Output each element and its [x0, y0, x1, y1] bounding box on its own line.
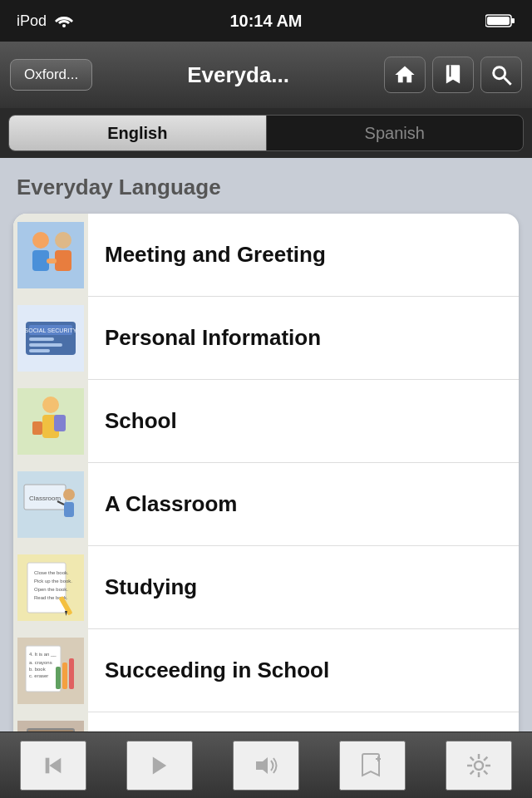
svg-rect-18: [29, 343, 62, 347]
svg-rect-47: [56, 667, 61, 689]
list-item[interactable]: SOCIAL SECURITY Personal Information: [13, 297, 519, 380]
item-label-4: A Classroom: [88, 491, 519, 517]
svg-rect-3: [487, 17, 510, 25]
nav-title: Everyda...: [101, 62, 376, 88]
tab-segment: English Spanish: [0, 108, 532, 158]
settings-icon: [466, 752, 492, 779]
svg-rect-46: [69, 658, 74, 689]
item-label-3: School: [88, 408, 519, 434]
svg-line-67: [470, 771, 474, 774]
svg-line-64: [470, 756, 474, 760]
svg-line-66: [484, 756, 487, 760]
item-label-2: Personal Information: [88, 325, 519, 351]
svg-text:Open the book.: Open the book.: [34, 587, 68, 592]
item-thumbnail-3: [13, 380, 88, 463]
svg-point-5: [494, 67, 505, 79]
item-thumbnail-1: [13, 214, 88, 297]
device-label: iPod: [17, 12, 47, 30]
svg-point-0: [62, 24, 66, 27]
home-button[interactable]: [384, 57, 426, 93]
search-icon: [490, 63, 513, 86]
list-item[interactable]: Close the book. Pick up the book. Open t…: [13, 546, 519, 629]
svg-text:4. It is an __: 4. It is an __: [29, 652, 57, 657]
settings-button[interactable]: [446, 741, 512, 791]
svg-rect-24: [32, 421, 42, 435]
wifi-icon: [55, 14, 73, 27]
back-icon: [42, 754, 65, 777]
item-label-5: Studying: [88, 574, 519, 600]
svg-point-10: [55, 232, 71, 249]
svg-rect-7: [17, 222, 84, 288]
list-card: Meeting and Greeting SOCIAL SECURITY Per…: [13, 214, 519, 765]
bookmark-button[interactable]: [432, 57, 474, 93]
svg-rect-29: [64, 502, 74, 517]
list-item[interactable]: Meeting and Greeting: [13, 214, 519, 297]
svg-rect-23: [54, 415, 66, 431]
svg-rect-2: [511, 18, 515, 23]
nav-bar: Oxford... Everyda...: [0, 42, 532, 108]
item-thumbnail-6: 4. It is an __ a. crayons b. book c. era…: [13, 629, 88, 712]
status-bar: iPod 10:14 AM: [0, 0, 532, 42]
svg-rect-9: [32, 250, 49, 271]
tab-english[interactable]: English: [9, 116, 266, 150]
svg-rect-54: [46, 757, 50, 773]
tab-spanish[interactable]: Spanish: [267, 116, 524, 150]
svg-rect-17: [29, 337, 54, 341]
svg-point-21: [42, 397, 59, 413]
back-playback-button[interactable]: [20, 741, 86, 791]
item-thumbnail-2: SOCIAL SECURITY: [13, 297, 88, 380]
segment-control: English Spanish: [8, 115, 524, 151]
svg-marker-55: [153, 756, 166, 774]
svg-text:c. eraser: c. eraser: [29, 673, 48, 678]
svg-rect-19: [29, 349, 50, 352]
status-time: 10:14 AM: [229, 12, 302, 31]
svg-rect-11: [55, 250, 71, 271]
item-label-1: Meeting and Greeting: [88, 242, 519, 268]
volume-button[interactable]: [233, 741, 299, 791]
svg-point-59: [475, 761, 483, 770]
svg-point-28: [63, 489, 75, 500]
list-item[interactable]: Classroom A Classroom: [13, 463, 519, 546]
back-button[interactable]: Oxford...: [10, 59, 92, 91]
svg-text:Classroom: Classroom: [29, 495, 62, 502]
battery-icon: [485, 13, 515, 28]
section-title: Everyday Language: [13, 175, 519, 200]
bottom-toolbar: [0, 732, 532, 798]
bookmark-icon: [441, 63, 465, 86]
svg-text:b. book: b. book: [29, 667, 47, 672]
svg-line-65: [484, 771, 487, 774]
svg-marker-56: [256, 757, 268, 774]
svg-rect-12: [47, 259, 57, 264]
home-icon: [393, 63, 416, 86]
play-icon: [148, 754, 171, 777]
svg-text:a. crayons: a. crayons: [29, 660, 52, 665]
bookmark-add-icon: [361, 752, 384, 779]
svg-marker-53: [49, 757, 61, 773]
svg-rect-45: [62, 663, 67, 689]
list-item[interactable]: School: [13, 380, 519, 463]
volume-icon: [253, 754, 279, 777]
bookmark-add-button[interactable]: [339, 741, 406, 791]
svg-line-6: [505, 78, 511, 85]
svg-point-8: [32, 232, 49, 249]
main-content: Everyday Language Meeting and Greeting: [0, 158, 532, 765]
svg-text:Pick up the book.: Pick up the book.: [34, 579, 72, 584]
svg-text:SOCIAL SECURITY: SOCIAL SECURITY: [25, 328, 77, 333]
search-button[interactable]: [480, 57, 522, 93]
list-item[interactable]: 4. It is an __ a. crayons b. book c. era…: [13, 629, 519, 712]
svg-text:Close the book.: Close the book.: [34, 570, 69, 575]
play-button[interactable]: [126, 741, 193, 791]
item-thumbnail-4: Classroom: [13, 463, 88, 546]
item-label-6: Succeeding in School: [88, 658, 519, 683]
item-thumbnail-5: Close the book. Pick up the book. Open t…: [13, 546, 88, 629]
